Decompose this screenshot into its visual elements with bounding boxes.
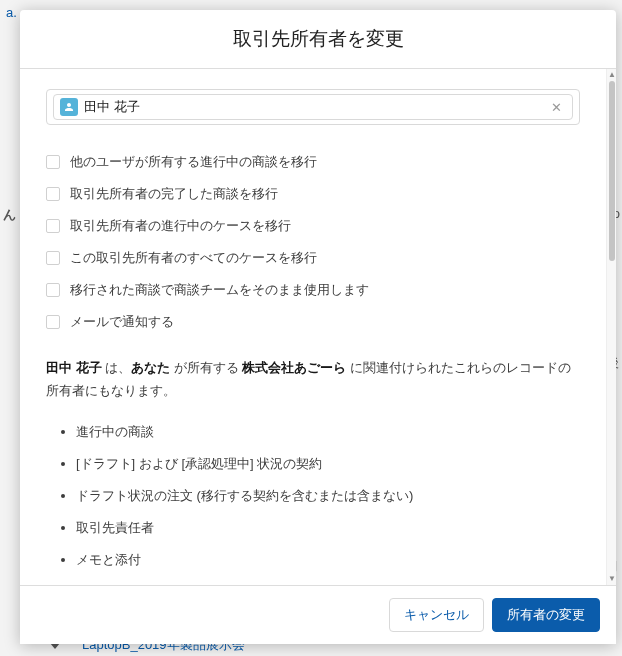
list-item: ドラフト状況の注文 (移行する契約を含むまたは含まない) — [76, 487, 580, 505]
checkbox[interactable] — [46, 283, 60, 297]
contact-icon — [60, 98, 78, 116]
list-item: 取引先責任者 — [76, 519, 580, 537]
option-row[interactable]: 他のユーザが所有する進行中の商談を移行 — [46, 153, 580, 171]
bg-text: a. — [6, 5, 17, 20]
owner-lookup[interactable]: 田中 花子 ✕ — [46, 89, 580, 125]
option-label: 他のユーザが所有する進行中の商談を移行 — [70, 153, 317, 171]
info-paragraph: 田中 花子 は、あなた が所有する 株式会社あごーら に関連付けられたこれらのレ… — [46, 357, 580, 403]
option-label: この取引先所有者のすべてのケースを移行 — [70, 249, 317, 267]
modal-body: 田中 花子 ✕ 他のユーザが所有する進行中の商談を移行 取引先所有者の完了した商… — [20, 69, 606, 585]
modal-header: 取引先所有者を変更 — [20, 10, 616, 69]
checkbox[interactable] — [46, 251, 60, 265]
list-item: 進行中の商談 — [76, 423, 580, 441]
transfer-options: 他のユーザが所有する進行中の商談を移行 取引先所有者の完了した商談を移行 取引先… — [46, 153, 580, 331]
option-label: メールで通知する — [70, 313, 174, 331]
option-label: 取引先所有者の進行中のケースを移行 — [70, 217, 291, 235]
list-item: メモと添付 — [76, 551, 580, 569]
option-row[interactable]: 取引先所有者の進行中のケースを移行 — [46, 217, 580, 235]
selected-owner-label: 田中 花子 — [84, 98, 140, 116]
option-label: 移行された商談で商談チームをそのまま使用します — [70, 281, 369, 299]
checkbox[interactable] — [46, 187, 60, 201]
option-label: 取引先所有者の完了した商談を移行 — [70, 185, 278, 203]
scrollbar-thumb[interactable] — [609, 81, 615, 261]
modal-title: 取引先所有者を変更 — [20, 26, 616, 52]
change-owner-modal: 取引先所有者を変更 田中 花子 ✕ 他のユーザが所有する進行中の — [20, 10, 616, 644]
bg-text: ん — [3, 206, 16, 224]
option-row[interactable]: 移行された商談で商談チームをそのまま使用します — [46, 281, 580, 299]
record-list: 進行中の商談 [ドラフト] および [承認処理中] 状況の契約 ドラフト状況の注… — [46, 423, 580, 586]
cancel-button[interactable]: キャンセル — [389, 598, 484, 632]
option-row[interactable]: 取引先所有者の完了した商談を移行 — [46, 185, 580, 203]
list-item: [ドラフト] および [承認処理中] 状況の契約 — [76, 455, 580, 473]
checkbox[interactable] — [46, 315, 60, 329]
option-row[interactable]: メールで通知する — [46, 313, 580, 331]
scrollbar[interactable]: ▲ ▼ — [606, 69, 616, 585]
checkbox[interactable] — [46, 155, 60, 169]
scroll-up-icon[interactable]: ▲ — [608, 71, 616, 79]
submit-button[interactable]: 所有者の変更 — [492, 598, 600, 632]
scroll-down-icon[interactable]: ▼ — [608, 575, 616, 583]
modal-footer: キャンセル 所有者の変更 — [20, 585, 616, 644]
checkbox[interactable] — [46, 219, 60, 233]
clear-selection-button[interactable]: ✕ — [547, 100, 566, 115]
selected-owner-pill: 田中 花子 ✕ — [53, 94, 573, 120]
option-row[interactable]: この取引先所有者のすべてのケースを移行 — [46, 249, 580, 267]
